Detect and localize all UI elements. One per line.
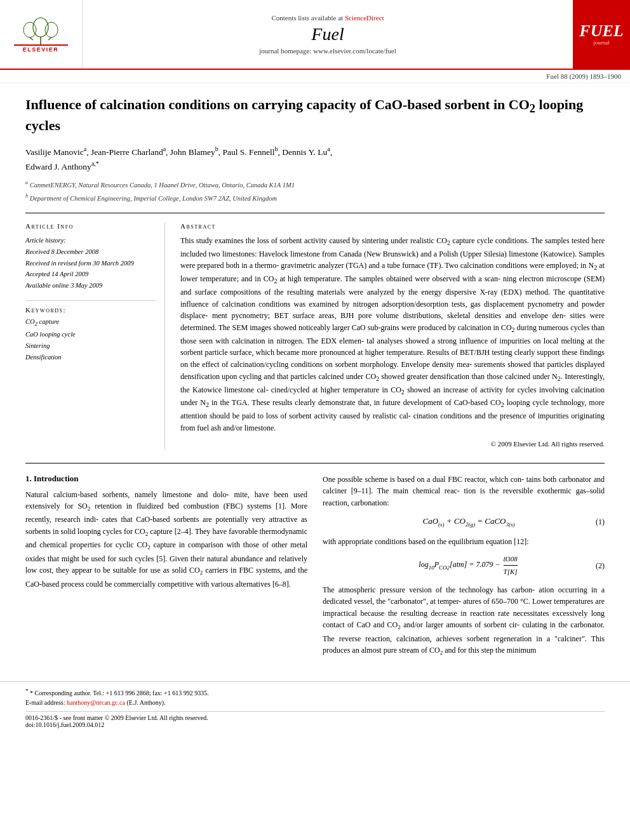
equation-2: log10PCO2[atm] = 7.079 − 8308 T[K] (2) bbox=[323, 554, 605, 577]
article-history: Article history: Received 8 December 200… bbox=[25, 235, 156, 291]
article-info-abstract-section: Article Info Article history: Received 8… bbox=[25, 213, 605, 450]
article-info-heading: Article Info bbox=[25, 222, 156, 230]
keywords-heading: Keywords: bbox=[25, 306, 156, 314]
keyword-2: CaO looping cycle bbox=[25, 329, 156, 340]
abstract-text: This study examines the loss of sorbent … bbox=[180, 235, 605, 450]
keywords-section: Keywords: CO2 capture CaO looping cycle … bbox=[25, 300, 156, 363]
svg-point-3 bbox=[23, 22, 36, 37]
intro-left-text: Natural calcium-based sorbents, namely l… bbox=[25, 489, 307, 590]
keyword-4: Densification bbox=[25, 352, 156, 363]
copyright-line: © 2009 Elsevier Ltd. All rights reserved… bbox=[180, 439, 605, 450]
authors-line: Vasilije Manovica, Jean-Pierre Charlanda… bbox=[25, 144, 605, 173]
corresponding-note: * Corresponding author. Tel.: +1 613 996… bbox=[30, 690, 209, 697]
page-footer: * * Corresponding author. Tel.: +1 613 9… bbox=[0, 681, 630, 732]
elsevier-logo-box: ELSEVIER bbox=[0, 0, 83, 69]
fuel-logo-box: FUEL journal bbox=[573, 0, 630, 69]
legal-line-1: 0016-2361/$ - see front matter © 2009 El… bbox=[25, 714, 605, 721]
journal-center: Contents lists available at ScienceDirec… bbox=[83, 0, 573, 69]
keywords-list: CO2 capture CaO looping cycle Sintering … bbox=[25, 316, 156, 363]
svg-rect-0 bbox=[14, 44, 68, 46]
homepage-label: journal homepage: bbox=[259, 47, 311, 55]
abstract-paragraph: This study examines the loss of sorbent … bbox=[180, 235, 605, 434]
legal-line-2: doi:10.1016/j.fuel.2009.04.012 bbox=[25, 721, 605, 728]
intro-para-3: with appropriate conditions based on the… bbox=[323, 536, 605, 548]
journal-title: Fuel bbox=[311, 24, 344, 44]
footnote-star: * bbox=[25, 688, 29, 694]
email-address[interactable]: hanthony@nrcan.gc.ca bbox=[67, 699, 125, 706]
intro-para-4: The atmospheric pressure version of the … bbox=[323, 584, 605, 658]
equation-2-number: (2) bbox=[596, 560, 605, 572]
abstract-col: Abstract This study examines the loss of… bbox=[180, 222, 605, 450]
online-line: Available online 3 May 2009 bbox=[25, 280, 156, 291]
footer-note: * * Corresponding author. Tel.: +1 613 9… bbox=[25, 687, 605, 707]
accepted-line: Accepted 14 April 2009 bbox=[25, 269, 156, 280]
email-person: (E.J. Anthony). bbox=[126, 699, 165, 706]
svg-text:ELSEVIER: ELSEVIER bbox=[23, 46, 59, 53]
footer-legal: 0016-2361/$ - see front matter © 2009 El… bbox=[25, 711, 605, 728]
affiliations: a CanmetENERGY, Natural Resources Canada… bbox=[25, 179, 605, 204]
citation-text: Fuel 88 (2009) 1893–1900 bbox=[546, 72, 621, 80]
intro-right-col: One possible scheme is based on a dual F… bbox=[323, 474, 605, 662]
sciencedirect-label: Contents lists available at bbox=[271, 14, 343, 22]
keyword-1: CO2 capture bbox=[25, 316, 156, 329]
citation-line: Fuel 88 (2009) 1893–1900 bbox=[0, 70, 630, 83]
body-section: 1. Introduction Natural calcium-based so… bbox=[25, 474, 605, 662]
equation-2-text: log10PCO2[atm] = 7.079 − 8308 T[K] bbox=[419, 554, 518, 577]
svg-point-5 bbox=[45, 22, 58, 37]
received-line: Received 8 December 2008 bbox=[25, 246, 156, 258]
homepage-url: www.elsevier.com/locate/fuel bbox=[313, 47, 396, 55]
section1-title: 1. Introduction bbox=[25, 474, 307, 484]
article-title: Influence of calcination conditions on c… bbox=[25, 96, 605, 135]
elsevier-logo: ELSEVIER bbox=[14, 16, 68, 53]
keyword-3: Sintering bbox=[25, 340, 156, 352]
fuel-logo-text: FUEL bbox=[579, 23, 623, 39]
history-label-text: Article history: bbox=[25, 237, 66, 244]
equation-1-number: (1) bbox=[596, 516, 605, 528]
sciencedirect-line: Contents lists available at ScienceDirec… bbox=[271, 14, 384, 22]
affiliation-b: b Department of Chemical Engineering, Im… bbox=[25, 192, 605, 204]
article-info-col: Article Info Article history: Received 8… bbox=[25, 222, 165, 450]
revised-line: Received in revised form 30 March 2009 bbox=[25, 258, 156, 269]
svg-line-6 bbox=[48, 37, 51, 40]
intro-para-2: One possible scheme is based on a dual F… bbox=[323, 474, 605, 509]
history-label: Article history: bbox=[25, 235, 156, 246]
intro-para-1: Natural calcium-based sorbents, namely l… bbox=[25, 489, 307, 590]
abstract-heading: Abstract bbox=[180, 222, 605, 230]
affiliation-a: a CanmetENERGY, Natural Resources Canada… bbox=[25, 179, 605, 190]
elsevier-tree-icon: ELSEVIER bbox=[14, 16, 68, 53]
intro-right-text: One possible scheme is based on a dual F… bbox=[323, 474, 605, 658]
section-divider bbox=[25, 463, 605, 463]
intro-left-col: 1. Introduction Natural calcium-based so… bbox=[25, 474, 307, 662]
fuel-logo-sub: journal bbox=[579, 39, 623, 46]
email-label: E-mail address: bbox=[25, 699, 67, 706]
sciencedirect-link[interactable]: ScienceDirect bbox=[345, 14, 384, 22]
equation-1-text: CaO(s) + CO2(g) = CaCO3(s) bbox=[423, 515, 515, 530]
journal-homepage: journal homepage: www.elsevier.com/locat… bbox=[259, 47, 396, 55]
equation-1: CaO(s) + CO2(g) = CaCO3(s) (1) bbox=[323, 515, 605, 530]
svg-line-4 bbox=[30, 37, 33, 40]
main-content: Influence of calcination conditions on c… bbox=[0, 83, 630, 675]
fraction: 8308 T[K] bbox=[504, 554, 518, 577]
journal-header: ELSEVIER Contents lists available at Sci… bbox=[0, 0, 630, 70]
